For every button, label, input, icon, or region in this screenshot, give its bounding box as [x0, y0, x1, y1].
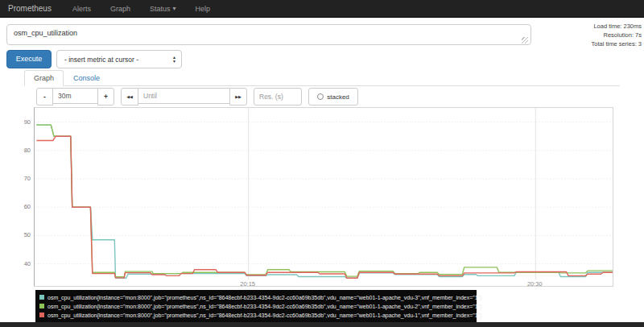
stacked-toggle[interactable]: stacked	[308, 88, 358, 106]
load-time: Load time: 230ms	[545, 22, 642, 31]
textarea-resize-handle-icon[interactable]	[522, 37, 528, 43]
series-swatch-teal	[39, 295, 44, 300]
nav-item-status[interactable]: Status ▾	[140, 5, 186, 13]
time-group: ◀◀ ▶▶	[121, 88, 247, 106]
until-input[interactable]	[138, 88, 229, 104]
tab-graph[interactable]: Graph	[24, 70, 64, 86]
y-tick-label: 90	[11, 118, 31, 126]
tab-console[interactable]: Console	[64, 70, 109, 86]
chart-legend: osm_cpu_utilization{instance="mon:8000",…	[35, 290, 477, 322]
x-tick-label: 20:15	[232, 280, 264, 288]
resolution: Resolution: 7s	[545, 31, 642, 39]
nav-item-label: Graph	[110, 5, 130, 13]
series-swatch-green	[39, 304, 44, 308]
range-group: - +	[36, 88, 114, 106]
nav-item-label: Status	[150, 5, 171, 13]
select-arrows-icon: ▲ ▼	[172, 56, 176, 63]
range-input[interactable]	[53, 88, 97, 104]
execute-button[interactable]: Execute	[6, 50, 52, 68]
prometheus-app: Prometheus Alerts Graph Status ▾ Help os…	[0, 0, 644, 327]
legend-item[interactable]: osm_cpu_utilization{instance="mon:8000",…	[39, 293, 473, 302]
metric-select-value: - insert metric at cursor -	[64, 56, 172, 64]
total-time-series: Total time series: 3	[545, 39, 642, 48]
brand-prometheus[interactable]: Prometheus	[0, 4, 63, 13]
y-tick-label: 40	[11, 260, 31, 267]
time-back-button[interactable]: ◀◀	[121, 88, 138, 106]
series-label: osm_cpu_utilization{instance="mon:8000",…	[47, 304, 482, 309]
x-tick-label: 20:30	[518, 280, 551, 288]
nav-item-help[interactable]: Help	[185, 5, 220, 13]
y-tick-label: 80	[11, 147, 31, 154]
series-swatch-red	[39, 313, 44, 317]
time-forward-button[interactable]: ▶▶	[229, 88, 247, 106]
graph-console-tabs: Graph Console	[24, 71, 620, 86]
series-label: osm_cpu_utilization{instance="mon:8000",…	[47, 295, 482, 300]
range-grow-button[interactable]: +	[97, 88, 114, 106]
nav-item-label: Help	[195, 5, 210, 13]
legend-item[interactable]: osm_cpu_utilization{instance="mon:8000",…	[39, 302, 473, 311]
stacked-checkbox-icon[interactable]	[317, 93, 324, 100]
resolution-input[interactable]	[254, 88, 302, 106]
metric-select[interactable]: - insert metric at cursor - ▲ ▼	[56, 50, 182, 68]
graph-controls: - + ◀◀ ▶▶ stacked	[36, 88, 358, 106]
window-bottom-edge	[0, 322, 644, 327]
arrow-down-icon: ▼	[172, 60, 176, 64]
query-expression-input[interactable]: osm_cpu_utilization	[6, 24, 531, 45]
stacked-label: stacked	[327, 93, 349, 101]
range-shrink-button[interactable]: -	[36, 88, 53, 106]
series-label: osm_cpu_utilization{instance="mon:8000",…	[47, 313, 482, 318]
nav-item-label: Alerts	[72, 5, 91, 13]
eval-stats: Load time: 230ms Resolution: 7s Total ti…	[545, 22, 642, 48]
y-tick-label: 50	[11, 231, 31, 238]
nav-item-graph[interactable]: Graph	[101, 5, 140, 13]
caret-down-icon: ▾	[172, 5, 175, 12]
legend-item[interactable]: osm_cpu_utilization{instance="mon:8000",…	[39, 311, 473, 320]
nav-item-alerts[interactable]: Alerts	[63, 5, 101, 13]
y-tick-label: 70	[11, 175, 31, 182]
navbar: Prometheus Alerts Graph Status ▾ Help	[0, 0, 644, 18]
line-chart[interactable]	[35, 108, 613, 279]
y-tick-label: 60	[11, 203, 31, 210]
chart-plot-area[interactable]	[34, 107, 613, 287]
